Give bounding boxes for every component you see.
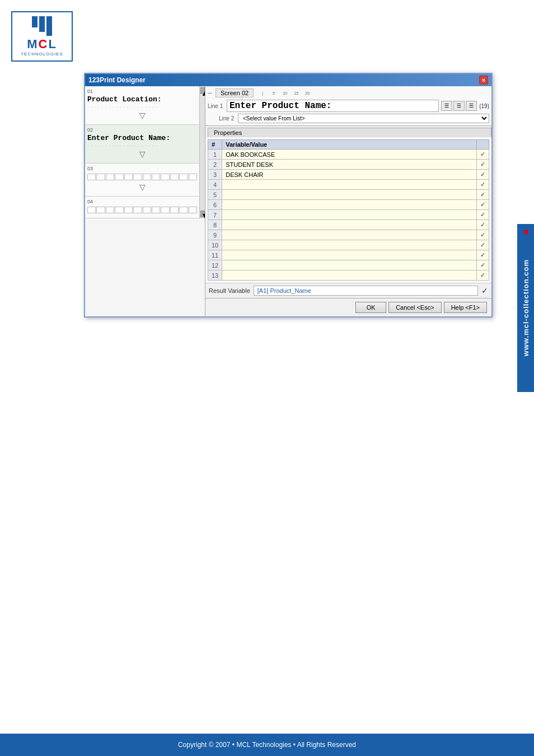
screen-item-03[interactable]: 03 (85, 164, 199, 197)
row-value[interactable] (222, 220, 477, 230)
row-check[interactable]: ✓ (477, 220, 489, 230)
table-row[interactable]: 9✓ (208, 230, 489, 240)
row-num: 4 (208, 180, 222, 190)
grid-cell (96, 174, 105, 180)
table-row[interactable]: 11✓ (208, 250, 489, 260)
row-check[interactable]: ✓ (477, 170, 489, 180)
screen04-label: 04 (87, 199, 197, 204)
row-num: 12 (208, 260, 222, 270)
line2-select[interactable]: <Select value From List> (238, 114, 489, 123)
designer-body: 01 Product Location: . . . . . . . . . .… (85, 86, 491, 316)
row-value[interactable] (222, 190, 477, 200)
screen01-dots: . . . . . . . . . . . . . . . . . . . . (87, 104, 197, 109)
row-value[interactable] (222, 260, 477, 270)
logo-c: C (38, 37, 48, 51)
line1-btn-align2[interactable]: ☰ (453, 101, 465, 111)
row-check[interactable]: ✓ (477, 160, 489, 170)
row-check[interactable]: ✓ (477, 270, 489, 281)
line1-content[interactable]: Enter Product Name: (227, 100, 439, 112)
table-row[interactable]: 3DESK CHAIR✓ (208, 170, 489, 180)
checkmark-icon: ✓ (480, 171, 485, 178)
grid-cell (143, 174, 151, 180)
screen01-arrow: ▽ (87, 111, 197, 120)
table-row[interactable]: 2STUDENT DESK✓ (208, 160, 489, 170)
result-checkmark[interactable]: ✓ (481, 286, 488, 295)
row-value[interactable] (222, 250, 477, 260)
left-scrollbar[interactable]: ▲ ▼ (199, 86, 205, 218)
result-input[interactable] (254, 286, 478, 296)
table-row[interactable]: 5✓ (208, 190, 489, 200)
table-row[interactable]: 4✓ (208, 180, 489, 190)
table-row[interactable]: 10✓ (208, 240, 489, 250)
screen-item-04[interactable]: 04 (85, 197, 199, 218)
screen02-arrow: ▽ (87, 150, 197, 158)
row-check[interactable]: ✓ (477, 150, 489, 160)
row-value[interactable] (222, 270, 477, 281)
properties-tab[interactable]: Properties (208, 128, 491, 137)
line1-btn-align1[interactable]: ☰ (441, 101, 452, 111)
screen04-grid (87, 207, 197, 213)
line2-label: Line 2 (219, 115, 236, 122)
table-row[interactable]: 7✓ (208, 210, 489, 220)
row-check[interactable]: ✓ (477, 180, 489, 190)
screen02-header: Screen 02 | 5 10 1 (208, 88, 489, 97)
ok-button[interactable]: OK (355, 302, 386, 313)
grid-cell (170, 174, 179, 180)
row-check[interactable]: ✓ (477, 250, 489, 260)
table-row[interactable]: 13✓ (208, 270, 489, 281)
logo-bars (32, 16, 52, 36)
screen02-content: Enter Product Name: (87, 134, 197, 142)
right-panel: Screen 02 | 5 10 1 (205, 86, 491, 316)
grid-cell (179, 174, 188, 180)
scroll-down[interactable]: ▼ (200, 211, 205, 217)
grid-cell (152, 207, 160, 213)
ruler-container: | 5 10 15 20 (257, 91, 489, 96)
close-button[interactable]: × (479, 76, 488, 85)
screen-item-01[interactable]: 01 Product Location: . . . . . . . . . .… (85, 86, 199, 125)
row-value[interactable] (222, 210, 477, 220)
checkmark-icon: ✓ (480, 251, 485, 258)
designer-titlebar: 123Print Designer × (85, 74, 491, 86)
row-check[interactable]: ✓ (477, 210, 489, 220)
row-value[interactable] (222, 200, 477, 210)
line1-label: Line 1 (208, 103, 224, 109)
grid-cell (189, 207, 197, 213)
line1-btn-align3[interactable]: ☰ (466, 101, 477, 111)
scroll-up[interactable]: ▲ (200, 87, 205, 94)
checkmark-icon: ✓ (480, 221, 485, 228)
row-value[interactable]: STUDENT DESK (222, 160, 477, 170)
row-check[interactable]: ✓ (477, 190, 489, 200)
checkmark-icon: ✓ (480, 272, 485, 278)
checkmark-icon: ✓ (480, 181, 485, 188)
bottom-buttons: OK Cancel <Esc> Help <F1> (205, 298, 491, 316)
ruler-mark-0: | (257, 91, 268, 96)
row-check[interactable]: ✓ (477, 260, 489, 270)
result-label: Result Variable (209, 287, 250, 294)
screen-item-02[interactable]: 02 Enter Product Name: . . . . . . . . .… (85, 125, 199, 164)
row-value[interactable]: DESK CHAIR (222, 170, 477, 180)
grid-cell (133, 174, 142, 180)
row-value[interactable] (222, 240, 477, 250)
row-check[interactable]: ✓ (477, 240, 489, 250)
row-check[interactable]: ✓ (477, 230, 489, 240)
table-row[interactable]: 8✓ (208, 220, 489, 230)
row-value[interactable] (222, 180, 477, 190)
row-num: 13 (208, 270, 222, 281)
cancel-button[interactable]: Cancel <Esc> (388, 302, 441, 313)
ruler-mark-15: 15 (291, 91, 302, 96)
table-row[interactable]: 1OAK BOOKCASE✓ (208, 150, 489, 160)
row-check[interactable]: ✓ (477, 200, 489, 210)
screen03-grid (87, 174, 197, 180)
row-value[interactable] (222, 230, 477, 240)
table-row[interactable]: 6✓ (208, 200, 489, 210)
row-value[interactable]: OAK BOOKCASE (222, 150, 477, 160)
help-button[interactable]: Help <F1> (444, 302, 487, 313)
col-num-header: # (208, 140, 222, 150)
logo-bar-1 (32, 16, 38, 27)
grid-cell (96, 207, 105, 213)
table-row[interactable]: 12✓ (208, 260, 489, 270)
checkmark-icon: ✓ (480, 241, 485, 248)
grid-cell (152, 174, 160, 180)
screen02-dots: . . . . . . . . . . . . . . . . . . . . (87, 142, 197, 147)
row-num: 9 (208, 230, 222, 240)
